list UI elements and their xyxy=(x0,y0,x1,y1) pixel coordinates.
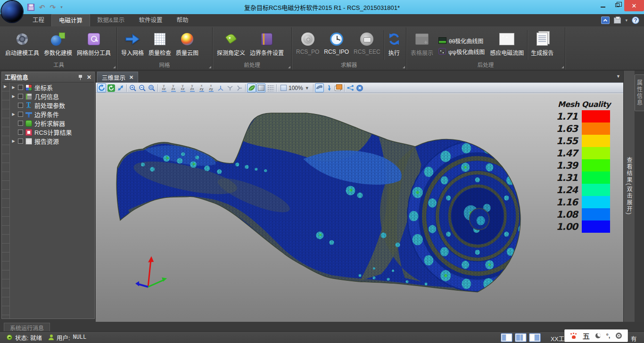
group-expand-icon[interactable] xyxy=(113,66,116,68)
app-logo-icon[interactable] xyxy=(1,1,23,22)
ime-mode-toggle[interactable]: 五 xyxy=(583,331,590,341)
group-expand-icon[interactable] xyxy=(209,66,211,68)
quality-cloud-button[interactable]: 质量云图 xyxy=(173,28,201,62)
tree-item-report-resources[interactable]: ▶ 报告资源 xyxy=(10,137,94,146)
fit-view-button[interactable] xyxy=(315,83,324,92)
zoom-in-button[interactable] xyxy=(128,83,137,92)
induced-current-map-button[interactable]: 感应电磁流图 xyxy=(487,28,526,62)
group-expand-icon[interactable] xyxy=(561,66,564,68)
viewport-3d-canvas[interactable]: Mesh Quality 1.71 1.63 1.55 1.47 1.39 1.… xyxy=(96,93,623,322)
expander-icon[interactable]: ▶ xyxy=(11,112,16,116)
expander-icon[interactable]: ▶ xyxy=(11,139,16,143)
tab-3d-display[interactable]: 三维显示 ✕ xyxy=(97,72,138,82)
ime-settings-gear-icon[interactable] xyxy=(616,333,622,339)
tree-item-coordinate-system[interactable]: ▶ 坐标系 xyxy=(10,83,94,92)
checkbox[interactable] xyxy=(18,121,23,126)
ime-paw-icon[interactable] xyxy=(570,333,577,339)
shaded-mode-button[interactable] xyxy=(256,83,265,92)
psi-polarization-curve-button[interactable]: ψψ极化曲线图 xyxy=(438,48,485,56)
zoom-fit-button[interactable] xyxy=(147,83,156,92)
group-expand-icon[interactable] xyxy=(403,66,405,68)
tab-project[interactable]: 工程 xyxy=(25,14,51,26)
properties-tab[interactable]: 属性信息 xyxy=(635,74,644,111)
launch-modeling-tool-button[interactable]: 启动建模工具 xyxy=(3,28,41,62)
screenshot-button[interactable] xyxy=(324,83,333,92)
view-back-button[interactable]: yzx xyxy=(169,83,178,92)
checkbox[interactable] xyxy=(18,94,23,99)
ime-punctuation-toggle[interactable]: °, xyxy=(606,332,610,339)
view-iso2-button[interactable] xyxy=(225,83,234,92)
rcs-po-button[interactable]: RCS_PO xyxy=(294,28,322,62)
checkbox[interactable] xyxy=(18,130,23,135)
view-front-button[interactable]: yxz xyxy=(159,83,168,92)
pin-icon[interactable] xyxy=(79,75,82,80)
tab-help[interactable]: 帮助 xyxy=(169,14,195,26)
zoom-out-button[interactable] xyxy=(138,83,147,92)
tab-data-display[interactable]: 数据&显示 xyxy=(90,14,132,26)
help-icon[interactable]: ? xyxy=(632,16,639,24)
panel-close-icon[interactable]: ✕ xyxy=(87,74,91,80)
boundary-settings-button[interactable]: 边界条件设置 xyxy=(248,28,286,62)
generate-report-button[interactable]: 生成报告 xyxy=(528,28,556,62)
layout-bottom-button[interactable] xyxy=(529,333,541,342)
probe-angle-button[interactable]: 探测角定义 xyxy=(215,28,248,62)
rcs-eec-button[interactable]: RCS_EEC xyxy=(351,28,383,62)
parametric-modeling-button[interactable]: 参数化建模 xyxy=(41,28,74,62)
ribbon-group-mesh: 导入网格 质量检查 质量云图 网格 xyxy=(117,27,213,70)
system-messages-tab[interactable]: 系统运行消息 xyxy=(4,323,50,331)
checkbox[interactable] xyxy=(18,103,23,108)
tab-close-icon[interactable]: ✕ xyxy=(129,75,133,80)
gutter-arrow-icon[interactable]: ▶ xyxy=(4,84,7,89)
orbit-button[interactable] xyxy=(107,83,116,92)
rcs-ipo-button[interactable]: RCS_IPO xyxy=(322,28,351,62)
layout-switcher xyxy=(501,333,541,342)
tree-item-preprocess-params[interactable]: 前处理参数 xyxy=(10,101,94,110)
theta-polarization-curve-button[interactable]: θθ极化曲线图 xyxy=(438,37,485,45)
minimize-button[interactable] xyxy=(596,0,610,10)
view-iso1-button[interactable] xyxy=(216,83,225,92)
view-top-button[interactable]: xzy xyxy=(197,83,206,92)
render-mode-button[interactable] xyxy=(247,83,256,92)
close-view-button[interactable]: ✕ xyxy=(355,83,364,92)
view-left-button[interactable]: yxz xyxy=(178,83,187,92)
table-display-button[interactable]: 表格展示 xyxy=(408,28,436,62)
rotate-button[interactable] xyxy=(97,83,106,92)
zoom-level-dropdown[interactable]: 100% ▼ xyxy=(278,83,312,92)
view-results-bar[interactable]: 查看结果(双击展开) xyxy=(623,71,635,322)
tab-software-settings[interactable]: 软件设置 xyxy=(132,14,169,26)
pan-button[interactable] xyxy=(116,83,125,92)
curve-chart-icon xyxy=(438,37,446,44)
close-button[interactable]: ✕ xyxy=(624,0,644,11)
wireframe-mode-button[interactable] xyxy=(266,83,275,92)
share-button[interactable] xyxy=(346,83,355,92)
print-dropdown-icon[interactable]: ▾ xyxy=(625,18,627,23)
print-icon[interactable] xyxy=(614,17,621,24)
import-mesh-button[interactable]: 导入网格 xyxy=(119,28,146,62)
expander-icon[interactable]: ▶ xyxy=(11,85,16,90)
checkbox[interactable] xyxy=(18,85,23,90)
mesh-partition-tool-button[interactable]: 网格剖分工具 xyxy=(74,28,113,62)
tab-em-computation[interactable]: 电磁计算 xyxy=(51,14,90,26)
view-iso3-button[interactable] xyxy=(235,83,244,92)
checkbox[interactable] xyxy=(18,139,23,144)
restore-button[interactable] xyxy=(610,0,624,10)
tree-item-geometry-info[interactable]: ▶ 几何信息 xyxy=(10,92,94,101)
tree-item-rcs-results[interactable]: RCS计算结果 xyxy=(10,128,94,137)
tree-item-boundary-conditions[interactable]: ▶ 边界条件 xyxy=(10,110,94,119)
tab-overflow-icon[interactable]: ▼ xyxy=(616,74,620,79)
view-right-button[interactable]: yzx xyxy=(188,83,197,92)
viewport-toolbar: yxz yzx yxz yzx xzy xzy 100% ▼ xyxy=(96,82,623,93)
view-bottom-button[interactable]: xzy xyxy=(206,83,215,92)
legend-row: 1.55 xyxy=(554,135,614,147)
layout-split-button[interactable] xyxy=(515,333,527,342)
quality-check-button[interactable]: 质量检查 xyxy=(146,28,173,62)
checkbox[interactable] xyxy=(18,112,23,117)
tree-item-solver[interactable]: 分析求解器 xyxy=(10,119,94,128)
layout-left-button[interactable] xyxy=(501,333,512,342)
copy-view-button[interactable] xyxy=(334,83,343,92)
execute-button[interactable]: 执行 xyxy=(385,28,403,62)
collapse-ribbon-button[interactable] xyxy=(601,16,610,24)
moon-icon[interactable] xyxy=(595,333,601,338)
group-expand-icon[interactable] xyxy=(288,66,290,68)
expander-icon[interactable]: ▶ xyxy=(11,94,16,98)
